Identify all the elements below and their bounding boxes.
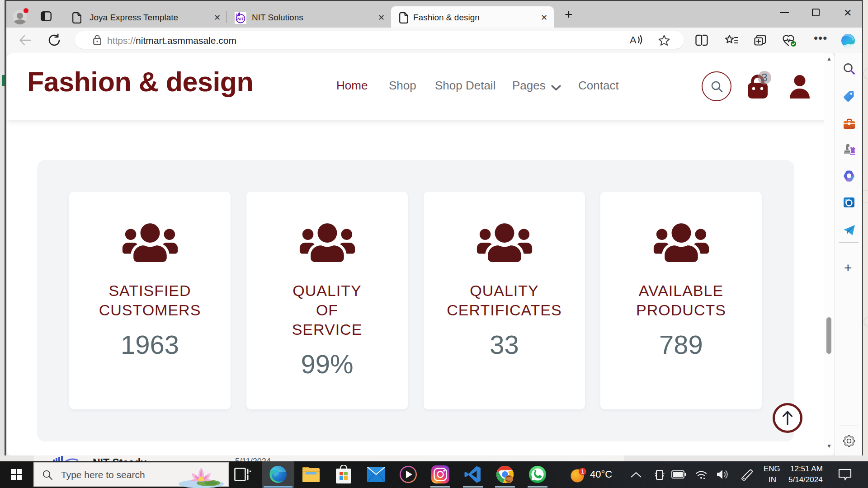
svg-text:A: A: [630, 34, 637, 46]
svg-text:1: 1: [581, 469, 584, 475]
svg-text:NIT: NIT: [237, 17, 245, 21]
